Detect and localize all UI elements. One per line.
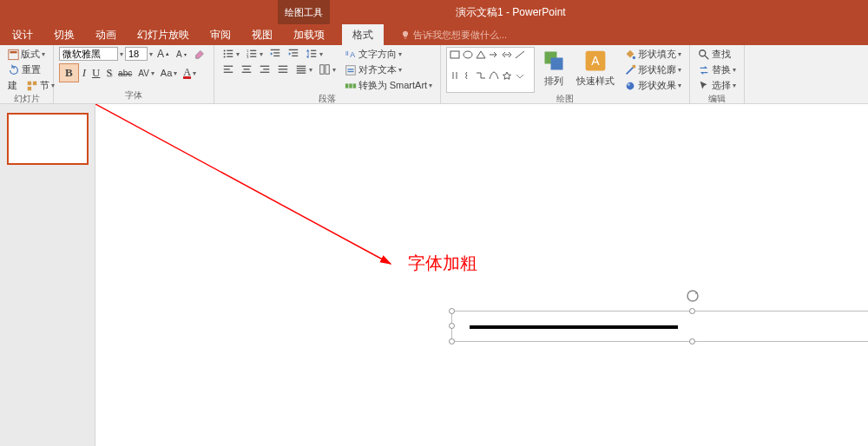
tab-view[interactable]: 视图 bbox=[241, 24, 283, 45]
reset-button[interactable]: 重置 bbox=[5, 62, 48, 77]
svg-rect-53 bbox=[450, 51, 459, 58]
tab-design[interactable]: 设计 bbox=[2, 24, 43, 45]
distribute-button[interactable]: ▾ bbox=[293, 62, 315, 76]
change-case-button[interactable]: Aa▾ bbox=[158, 63, 180, 82]
new-slide-button[interactable]: 建 bbox=[5, 78, 20, 93]
svg-rect-36 bbox=[278, 66, 287, 67]
svg-rect-28 bbox=[223, 69, 229, 69]
svg-rect-26 bbox=[311, 56, 316, 57]
tell-me-search[interactable]: 告诉我您想要做什么... bbox=[401, 29, 507, 42]
svg-rect-61 bbox=[633, 64, 636, 68]
outdent-icon bbox=[269, 48, 281, 60]
justify-button[interactable] bbox=[274, 62, 292, 76]
resize-handle-bottom-mid[interactable] bbox=[689, 338, 695, 344]
quick-styles-button[interactable]: A 快速样式 bbox=[573, 47, 618, 93]
shape-doublearrow-icon bbox=[501, 49, 513, 60]
tab-slideshow[interactable]: 幻灯片放映 bbox=[127, 24, 200, 45]
svg-text:A: A bbox=[591, 54, 600, 68]
bullets-button[interactable]: ▾ bbox=[220, 47, 242, 61]
text-shadow-button[interactable]: S bbox=[103, 63, 115, 82]
bullets-icon bbox=[222, 48, 234, 60]
justify-icon bbox=[277, 63, 289, 75]
group-font: ▾ ▾ A▴ A▾ B I U S abc AV▾ Aa▾ A▾ 字体 bbox=[54, 45, 214, 103]
text-direction-button[interactable]: IIA文字方向▾ bbox=[342, 47, 435, 62]
bold-button[interactable]: B bbox=[59, 63, 79, 82]
numbering-button[interactable]: 123▾ bbox=[243, 47, 266, 61]
svg-rect-4 bbox=[28, 86, 31, 89]
font-name-dropdown[interactable]: ▾ bbox=[120, 50, 123, 58]
resize-handle-mid-left[interactable] bbox=[449, 323, 455, 329]
tab-addins[interactable]: 加载项 bbox=[283, 24, 335, 45]
align-left-button[interactable] bbox=[220, 62, 237, 76]
italic-button[interactable]: I bbox=[80, 63, 89, 82]
svg-rect-10 bbox=[227, 56, 233, 57]
select-button[interactable]: 选择▾ bbox=[695, 78, 739, 93]
svg-rect-32 bbox=[241, 72, 251, 73]
replace-button[interactable]: 替换▾ bbox=[695, 62, 739, 77]
shape-arrow-icon bbox=[488, 49, 500, 60]
outline-icon bbox=[624, 64, 636, 76]
section-button[interactable]: 节▾ bbox=[23, 78, 57, 93]
svg-line-66 bbox=[95, 104, 391, 264]
resize-handle-top-left[interactable] bbox=[449, 308, 455, 314]
columns-button[interactable]: ▾ bbox=[316, 62, 339, 76]
slide-canvas[interactable]: 字体加粗 bbox=[95, 104, 868, 446]
increase-font-button[interactable]: A▴ bbox=[155, 47, 172, 61]
tab-animations[interactable]: 动画 bbox=[85, 24, 127, 45]
align-right-icon bbox=[259, 63, 271, 75]
svg-line-55 bbox=[516, 51, 524, 58]
svg-rect-48 bbox=[347, 69, 353, 69]
arrange-button[interactable]: 排列 bbox=[538, 47, 569, 93]
shape-effects-button[interactable]: 形状效果▾ bbox=[621, 78, 684, 93]
shape-fill-button[interactable]: 形状填充▾ bbox=[621, 47, 684, 62]
svg-rect-35 bbox=[260, 72, 269, 73]
selected-text-box[interactable] bbox=[451, 311, 868, 342]
svg-rect-44 bbox=[326, 65, 329, 75]
align-text-button[interactable]: 对齐文本▾ bbox=[342, 62, 435, 77]
tab-format[interactable]: 格式 bbox=[342, 24, 384, 45]
slide-thumbnail-1[interactable] bbox=[7, 113, 89, 165]
align-right-button[interactable] bbox=[256, 62, 273, 76]
svg-rect-40 bbox=[296, 68, 306, 69]
slide-thumbnails-panel[interactable] bbox=[0, 104, 95, 446]
svg-rect-27 bbox=[223, 66, 233, 67]
font-color-button[interactable]: A▾ bbox=[181, 63, 199, 82]
svg-rect-24 bbox=[311, 50, 316, 51]
font-size-dropdown[interactable]: ▾ bbox=[149, 50, 153, 58]
convert-smartart-button[interactable]: 转换为 SmartArt▾ bbox=[342, 78, 435, 93]
svg-rect-34 bbox=[263, 69, 269, 69]
svg-rect-23 bbox=[307, 51, 308, 56]
svg-point-7 bbox=[223, 53, 225, 55]
font-name-input[interactable] bbox=[59, 47, 118, 61]
underline-button[interactable]: U bbox=[89, 63, 102, 82]
rotate-handle[interactable] bbox=[686, 289, 700, 303]
resize-handle-bottom-left[interactable] bbox=[449, 338, 455, 344]
shape-oval-icon bbox=[462, 49, 474, 60]
find-button[interactable]: 查找 bbox=[695, 47, 739, 62]
align-center-button[interactable] bbox=[238, 62, 255, 76]
svg-rect-47 bbox=[345, 65, 355, 75]
group-paragraph: ▾ 123▾ ▾ ▾ ▾ IIA文字方向▾ 对齐文本▾ 转 bbox=[214, 45, 441, 103]
shapes-gallery[interactable] bbox=[446, 47, 535, 93]
align-text-icon bbox=[345, 64, 357, 76]
svg-rect-51 bbox=[349, 83, 352, 88]
svg-rect-19 bbox=[273, 56, 279, 56]
character-spacing-button[interactable]: AV▾ bbox=[135, 63, 157, 82]
increase-indent-button[interactable] bbox=[285, 47, 302, 61]
resize-handle-top-mid[interactable] bbox=[689, 308, 695, 314]
decrease-indent-button[interactable] bbox=[266, 47, 284, 61]
shape-outline-button[interactable]: 形状轮廓▾ bbox=[621, 62, 684, 77]
layout-button[interactable]: 版式▾ bbox=[5, 47, 48, 62]
clear-formatting-button[interactable] bbox=[191, 47, 208, 61]
tab-review[interactable]: 审阅 bbox=[200, 24, 241, 45]
shape-connector-icon bbox=[475, 70, 487, 81]
decrease-font-button[interactable]: A▾ bbox=[174, 49, 189, 60]
svg-rect-22 bbox=[292, 56, 298, 56]
line-spacing-button[interactable]: ▾ bbox=[303, 47, 326, 61]
svg-rect-20 bbox=[288, 49, 298, 50]
svg-rect-43 bbox=[319, 65, 323, 75]
strikethrough-button[interactable]: abc bbox=[115, 63, 135, 82]
font-size-input[interactable] bbox=[125, 47, 148, 61]
svg-rect-52 bbox=[352, 83, 356, 88]
tab-transitions[interactable]: 切换 bbox=[43, 24, 85, 45]
